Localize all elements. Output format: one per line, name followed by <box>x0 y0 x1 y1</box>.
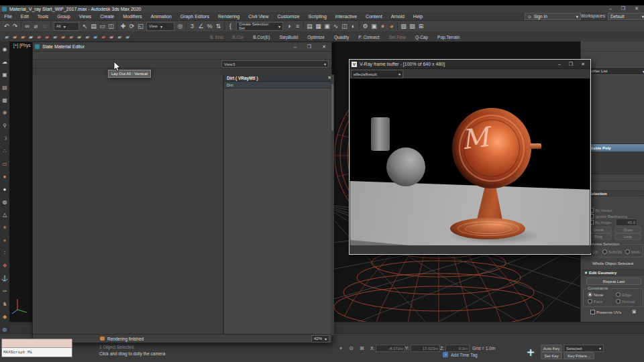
scale-icon[interactable]: ◱ <box>136 23 145 29</box>
maximize-icon[interactable]: ❒ <box>307 44 311 50</box>
border-mode-icon[interactable]: ▰ <box>27 34 35 40</box>
horse-icon[interactable]: ♞ <box>2 298 7 310</box>
menu-tools[interactable]: Tools <box>33 14 52 19</box>
copper-sphere-icon[interactable]: ● <box>3 234 7 247</box>
repeat-last-button[interactable]: Repeat Last <box>586 278 641 285</box>
menu-views[interactable]: Views <box>74 14 96 19</box>
vfb-channel-dropdown[interactable]: effectsResult ▾ <box>351 70 403 78</box>
selection-set-dropdown[interactable]: Selected▾ <box>564 345 604 352</box>
node-graph-canvas[interactable] <box>33 74 223 335</box>
isolate-icon[interactable]: ▧ <box>399 23 408 29</box>
sign-in-button[interactable]: ☺ Sign In ▾ <box>525 13 581 20</box>
material-editor-icon[interactable]: ◐ <box>349 23 358 29</box>
named-selection-sets-dropdown[interactable]: Create Selection Set▾ <box>236 22 283 31</box>
menu-content[interactable]: Content <box>362 14 387 19</box>
menu-group[interactable]: Group <box>53 14 74 19</box>
eye-icon[interactable]: ◉ <box>3 43 7 56</box>
preview-subobj-radio[interactable]: SubObj <box>602 249 622 254</box>
stack-item-editable-poly[interactable]: Editable Poly <box>583 144 644 152</box>
angle-snap-icon[interactable]: ∠ <box>197 23 205 29</box>
reference-coordsys-dropdown[interactable]: View▾ <box>146 22 174 31</box>
menu-arnold[interactable]: Arnold <box>386 14 409 19</box>
layer-manager-icon[interactable]: ▦ <box>314 23 323 29</box>
x-coordinate-field[interactable]: -8.172m <box>376 345 405 352</box>
preview-multi-radio[interactable]: Multi <box>625 249 640 254</box>
sphere-icon[interactable]: ▰ <box>59 34 67 40</box>
paintdeform-icon[interactable]: ▰ <box>107 34 115 40</box>
cherry-icon[interactable]: ❖ <box>2 259 7 272</box>
percent-snap-icon[interactable]: % <box>205 23 214 29</box>
ribbon-pop-terrain[interactable]: Pop.Terrain <box>437 35 460 40</box>
snap-toggle-icon[interactable]: 3 <box>188 23 197 29</box>
sun-icon[interactable]: ☀ <box>2 221 7 234</box>
scatter-icon[interactable]: ∴ <box>3 145 6 158</box>
anchor-icon[interactable]: ⚓ <box>1 272 8 285</box>
frame-icon[interactable]: ▭ <box>2 158 7 170</box>
key-filters-button[interactable]: Key Filters... <box>564 352 594 359</box>
rain-icon[interactable]: ∶ <box>4 247 5 259</box>
parameter-scrollbar[interactable] <box>331 74 334 335</box>
ribbon-optimize[interactable]: Optimize <box>307 35 325 40</box>
grid-icon[interactable]: ⊞ <box>417 23 425 29</box>
bone-icon[interactable]: ⚲ <box>3 119 7 132</box>
plane-icon[interactable]: ▰ <box>83 34 91 40</box>
edge-mode-icon[interactable]: ▰ <box>19 34 27 40</box>
poly-mode-icon[interactable]: ▰ <box>35 34 43 40</box>
menu-create[interactable]: Create <box>96 14 119 19</box>
maxscript-mini-listener[interactable]: MAXScript Mi <box>1 339 72 357</box>
z-coordinate-field[interactable]: 0.0m <box>445 345 470 352</box>
ribbon-p-connect[interactable]: P. Connect <box>358 35 379 40</box>
maxscript-listener-pane[interactable]: MAXScript Mi <box>2 348 72 357</box>
render-setup-icon[interactable]: ⚙ <box>361 23 370 29</box>
undo-icon[interactable]: ↶ <box>2 23 11 29</box>
workspace-dropdown[interactable]: Default ▾ <box>608 13 644 20</box>
ignore-backfacing-checkbox[interactable]: Ignore Backfacing <box>589 214 627 219</box>
cone-icon[interactable]: ▰ <box>91 34 99 40</box>
menu-edit[interactable]: Edit <box>16 14 33 19</box>
loop-button[interactable]: Loop <box>614 233 641 240</box>
constraint-edge-radio[interactable]: Edge <box>616 292 631 297</box>
teapot-icon[interactable]: ◍ <box>3 196 7 208</box>
select-object-icon[interactable]: ↖ <box>80 23 89 29</box>
selection-lock-icon[interactable]: ⊙ <box>349 345 354 351</box>
align-icon[interactable]: ≡ <box>293 23 302 29</box>
constrain-icon[interactable]: ▰ <box>123 34 131 40</box>
ribbon-q-cap[interactable]: Q-Cap <box>415 35 428 40</box>
constraint-none-radio[interactable]: None <box>588 292 603 297</box>
ribbon-b-end[interactable]: B. End <box>210 35 223 40</box>
modifier-stack[interactable]: Editable Poly <box>582 143 644 174</box>
menu-graph-editors[interactable]: Graph Editors <box>176 14 213 19</box>
use-pivot-icon[interactable]: ◎ <box>176 23 184 29</box>
menu-help[interactable]: Help <box>409 14 427 19</box>
brush-icon[interactable]: ✑ <box>3 285 7 298</box>
minimize-icon[interactable]: – <box>294 44 297 50</box>
box-icon[interactable]: ▰ <box>51 34 59 40</box>
slate-zoom-dropdown[interactable]: 42% ▾ <box>311 335 329 343</box>
selection-rollout-header[interactable]: ▾Selection <box>582 190 643 196</box>
moon-icon[interactable]: ☽ <box>2 132 7 145</box>
clay-sphere-icon[interactable]: ● <box>3 170 7 183</box>
swiftloop-icon[interactable]: ▰ <box>99 34 107 40</box>
torus-icon[interactable]: ▰ <box>75 34 83 40</box>
ribbon-quadify[interactable]: Quadify <box>334 35 349 40</box>
angle-field[interactable]: 45.0 <box>616 219 637 226</box>
menu-civil-view[interactable]: Civil View <box>244 14 273 19</box>
redo-icon[interactable]: ↷ <box>11 23 19 29</box>
white-sphere-icon[interactable]: ● <box>3 183 7 196</box>
relax-icon[interactable]: ▰ <box>115 34 123 40</box>
minimize-icon[interactable]: – <box>558 62 561 67</box>
y-coordinate-field[interactable]: 17.623m <box>411 345 440 352</box>
maximize-icon[interactable]: ❒ <box>621 6 625 11</box>
macro-recorder-pane[interactable] <box>2 339 72 348</box>
render-iterative-icon[interactable]: ◕ <box>387 23 396 29</box>
spinner-snap-icon[interactable]: ⇅ <box>214 23 223 29</box>
cone-prim-icon[interactable]: △ <box>3 208 7 221</box>
render-production-icon[interactable]: ● <box>378 23 387 29</box>
ribbon-toggle-icon[interactable]: ▣ <box>323 23 331 29</box>
vertex-mode-icon[interactable]: ▰ <box>11 34 19 40</box>
grow-button[interactable]: Grow <box>614 227 641 233</box>
menu-interactive[interactable]: Interactive <box>331 14 361 19</box>
polygon-modeling-icon[interactable]: ▰ <box>3 34 11 40</box>
menu-animation[interactable]: Animation <box>146 14 176 19</box>
menu-scripting[interactable]: Scripting <box>304 14 331 19</box>
